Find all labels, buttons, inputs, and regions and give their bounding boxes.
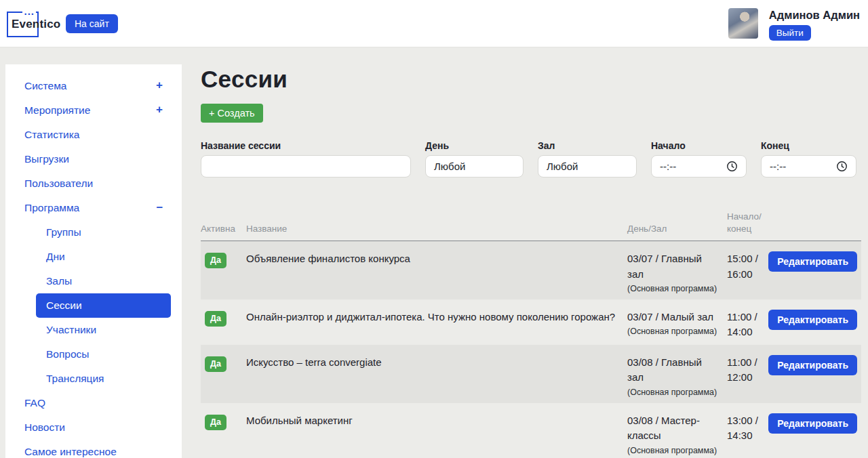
edit-button[interactable]: Редактировать: [768, 355, 857, 375]
day-hall-cell: 03/08 / Главный зал (Основная программа): [627, 345, 727, 403]
sidebar-item-label: Участники: [46, 324, 96, 335]
edit-button[interactable]: Редактировать: [768, 251, 857, 272]
sidebar-item-news[interactable]: Новости: [5, 415, 182, 440]
active-badge: Да: [205, 311, 226, 327]
sidebar-item-label: Статистика: [24, 129, 79, 140]
logout-button[interactable]: Выйти: [769, 25, 811, 41]
to-site-button[interactable]: На сайт: [66, 14, 118, 33]
sidebar-item-event[interactable]: Мероприятие +: [5, 98, 182, 123]
expand-toggle-icon[interactable]: +: [156, 79, 163, 91]
active-badge: Да: [205, 415, 226, 430]
table-row: Да Объявление финалистов конкурса 03/07 …: [201, 241, 861, 299]
sidebar-item-label: Трансляция: [46, 373, 104, 384]
col-header-dayhall: День/Зал: [627, 211, 727, 241]
expand-toggle-icon[interactable]: –: [157, 201, 163, 213]
sidebar-item-days[interactable]: Дни: [36, 245, 171, 269]
start-time-filter-label: Начало: [651, 140, 747, 152]
session-name-input-field[interactable]: [210, 161, 402, 172]
expand-toggle-icon[interactable]: +: [156, 104, 163, 116]
sidebar-item-users[interactable]: Пользователи: [5, 171, 182, 196]
sidebar-item-sessions[interactable]: Сессии: [36, 293, 171, 318]
sidebar-item-label: Выгрузки: [24, 153, 69, 165]
sidebar-item-exports[interactable]: Выгрузки: [5, 147, 182, 171]
end-time-input[interactable]: --:--: [761, 155, 856, 178]
session-name-cell: Онлайн-риэлтор и диджитал-ипотека. Что н…: [246, 299, 627, 345]
top-bar: ... Eventico На сайт Админов Админ Выйти: [0, 0, 868, 47]
sidebar-item-groups[interactable]: Группы: [36, 220, 171, 245]
start-time-value: --:--: [660, 161, 676, 172]
active-badge: Да: [205, 356, 226, 372]
col-header-name: Название: [246, 211, 627, 241]
day-hall-cell: 03/07 / Главный зал (Основная программа): [627, 241, 727, 299]
sidebar-item-label: Залы: [46, 275, 72, 287]
sidebar-item-label: Мероприятие: [24, 104, 90, 116]
day-filter-label: День: [425, 140, 524, 152]
sidebar-item-statistics[interactable]: Статистика: [5, 123, 182, 147]
sidebar-item-faq[interactable]: FAQ: [5, 391, 182, 415]
clock-icon: [836, 161, 848, 172]
user-avatar[interactable]: [728, 8, 758, 39]
user-name: Админов Админ: [769, 8, 860, 22]
end-time-value: --:--: [770, 161, 786, 172]
col-header-time: Начало/конец: [727, 211, 784, 241]
hall-select-value: Любой: [547, 161, 578, 172]
user-block: Админов Админ Выйти: [728, 7, 860, 41]
sidebar-item-participants[interactable]: Участники: [36, 318, 171, 342]
day-hall-cell: 03/07 / Малый зал (Основная программа): [627, 299, 727, 345]
sessions-table: Активна Название День/Зал Начало/конец Д…: [201, 211, 861, 458]
day-select[interactable]: Любой: [425, 155, 524, 178]
main-content: Сессии + Создать Название сессии День Лю…: [201, 64, 861, 458]
sidebar-item-questions[interactable]: Вопросы: [36, 342, 171, 367]
active-badge: Да: [205, 253, 226, 268]
sidebar-item-label: Программа: [24, 202, 79, 213]
session-name-filter-label: Название сессии: [201, 140, 411, 152]
day-hall-cell: 03/08 / Мастер-классы (Основная программ…: [627, 403, 727, 458]
sidebar-item-highlights[interactable]: Самое интересное: [5, 440, 182, 458]
end-time-filter-label: Конец: [761, 140, 856, 152]
sidebar-item-system[interactable]: Система +: [5, 74, 182, 98]
session-name-cell: Мобильный маркетинг: [246, 403, 627, 458]
sidebar-item-broadcast[interactable]: Трансляция: [36, 367, 171, 391]
sidebar-item-label: Вопросы: [46, 348, 89, 360]
col-header-actions: [784, 211, 861, 241]
program-note: (Основная программа): [627, 283, 720, 295]
program-note: (Основная программа): [627, 387, 720, 398]
hall-filter-label: Зал: [538, 140, 637, 152]
sidebar-item-halls[interactable]: Залы: [36, 269, 171, 293]
logo-text: Eventico: [12, 18, 60, 31]
start-time-input[interactable]: --:--: [651, 155, 747, 178]
hall-select[interactable]: Любой: [538, 155, 637, 178]
page-title: Сессии: [201, 66, 861, 93]
sidebar-item-label: Сессии: [46, 299, 82, 311]
program-note: (Основная программа): [627, 445, 720, 457]
session-name-input[interactable]: [201, 155, 411, 178]
edit-button[interactable]: Редактировать: [768, 310, 857, 330]
sidebar-item-label: Самое интересное: [24, 446, 117, 457]
sidebar-item-label: Система: [24, 80, 66, 91]
sidebar-item-label: Пользователи: [24, 178, 93, 189]
sidebar-item-label: Дни: [46, 251, 65, 262]
edit-button[interactable]: Редактировать: [768, 413, 857, 434]
sidebar-item-label: Новости: [24, 421, 65, 433]
program-note: (Основная программа): [627, 326, 720, 337]
sidebar-item-program[interactable]: Программа –: [5, 196, 182, 220]
sidebar-nav: Система + Мероприятие + Статистика Выгру…: [5, 64, 182, 458]
session-name-cell: Искусство – terra convergiate: [246, 345, 627, 403]
sidebar-item-label: FAQ: [24, 397, 45, 409]
logo-dots-icon: ...: [22, 7, 36, 16]
table-row: Да Онлайн-риэлтор и диджитал-ипотека. Чт…: [201, 299, 861, 345]
create-session-button[interactable]: + Создать: [201, 104, 263, 123]
table-header-row: Активна Название День/Зал Начало/конец: [201, 211, 861, 241]
session-name-cell: Объявление финалистов конкурса: [246, 241, 627, 299]
day-select-value: Любой: [434, 161, 465, 172]
table-row: Да Мобильный маркетинг 03/08 / Мастер-кл…: [201, 403, 861, 458]
clock-icon: [726, 161, 738, 172]
app-logo[interactable]: ... Eventico: [7, 12, 39, 37]
sidebar-item-label: Группы: [46, 226, 81, 238]
table-row: Да Искусство – terra convergiate 03/08 /…: [201, 345, 861, 403]
col-header-active: Активна: [201, 211, 246, 241]
filters-bar: Название сессии День Любой Зал Любой Нач…: [201, 140, 861, 178]
